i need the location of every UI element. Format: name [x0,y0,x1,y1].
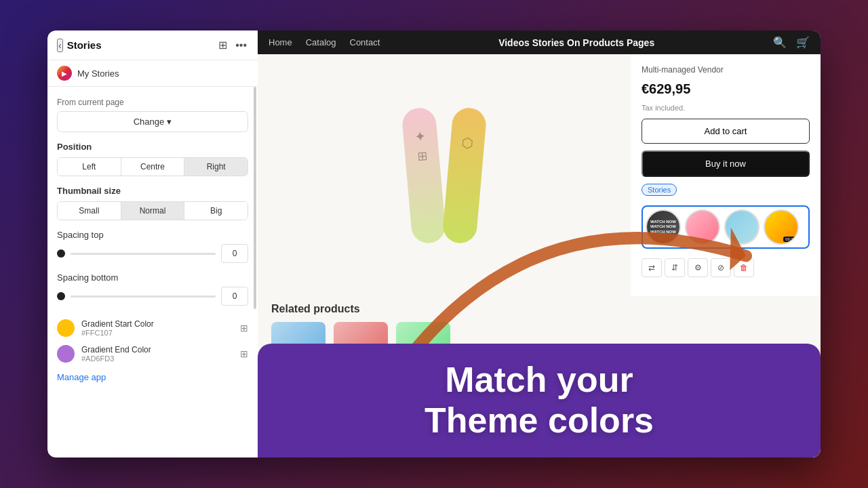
promo-text: Match your Theme colors [285,360,793,441]
browser-page-title: Videos Stories On Products Pages [498,37,654,48]
spacing-bottom-slider-handle[interactable] [57,292,65,300]
product-price: €629,95 [642,81,810,97]
gradient-start-db-icon: ⊞ [240,323,248,333]
add-to-cart-button[interactable]: Add to cart [642,119,810,144]
spacing-bottom-section: Spacing bottom 0 [57,272,248,306]
manage-app-link[interactable]: Manage app [57,372,106,382]
spacing-top-section: Spacing top 0 [57,230,248,263]
spacing-top-slider-track[interactable] [71,253,216,255]
spacing-bottom-input[interactable]: 0 [221,287,248,306]
thumbnail-button-group: Small Normal Big [57,201,248,220]
change-button-label: Change [134,117,165,127]
toolbar-btn-2[interactable]: ⇵ [665,258,685,277]
promo-banner: Match your Theme colors [258,344,821,458]
gradient-end-swatch[interactable] [57,345,75,363]
thumbnail-normal-button[interactable]: Normal [121,202,184,220]
gradient-start-info: Gradient Start Color #FFC107 [81,319,233,337]
story-thumb-1[interactable]: WATCH NOWWATCH NOWWATCH NOW [646,209,681,245]
gradient-end-label: Gradient End Color [81,345,233,354]
time-badge: 09:30 [783,237,797,242]
thumbnail-small-button[interactable]: Small [58,202,121,220]
position-label: Position [57,142,248,152]
vendor-name: Multi-managed Vendor [642,65,810,75]
product-details: Multi-managed Vendor €629,95 Tax include… [631,54,821,296]
toolbar-btn-1[interactable]: ⇄ [642,258,662,277]
panel-header: ‹ Stories ⊞ ••• [47,30,258,60]
gradient-start-label: Gradient Start Color [81,319,233,329]
change-button[interactable]: Change ▾ [57,111,248,132]
right-panel: Home Catalog Contact Videos Stories On P… [258,30,821,458]
gradient-start-hex: #FFC107 [81,329,233,337]
more-icon-button[interactable]: ••• [234,38,248,53]
watch-now-text-1: WATCH NOWWATCH NOWWATCH NOW [650,220,676,235]
snowboard-container: ✦ ⊞ ⬡ [407,108,481,243]
browser-nav: Home Catalog Contact [269,37,380,47]
panel-scroll-area: From current page Change ▾ Position Left… [47,87,258,458]
gradient-end-hex: #AD6FD3 [81,354,233,363]
nav-home[interactable]: Home [269,37,292,47]
back-button[interactable]: ‹ [57,39,63,52]
spacing-top-slider-handle[interactable] [57,249,65,258]
spacing-bottom-label: Spacing bottom [57,272,248,283]
snowboard-1: ✦ ⊞ [401,106,446,245]
gradient-end-info: Gradient End Color #AD6FD3 [81,345,233,363]
position-right-button[interactable]: Right [184,158,248,176]
toolbar-btn-3[interactable]: ⚙ [688,258,708,277]
toolbar-btn-4[interactable]: ⊘ [711,258,731,277]
my-stories-icon: ▶ [57,66,72,81]
product-layout: ✦ ⊞ ⬡ Multi-managed Vendor €629,95 Tax i… [258,54,821,296]
browser-icons: 🔍 🛒 [773,36,810,49]
related-products-title: Related products [271,303,807,315]
spacing-top-label: Spacing top [57,230,248,240]
spacing-top-input[interactable]: 0 [221,244,248,263]
from-current-page-label: From current page [57,98,248,107]
position-centre-button[interactable]: Centre [121,158,184,176]
chevron-down-icon: ▾ [167,117,172,127]
stories-badge-label: Stories [642,184,677,196]
panel-header-left: ‹ Stories [57,39,102,52]
nav-catalog[interactable]: Catalog [306,37,336,47]
toolbar-row: ⇄ ⇵ ⚙ ⊘ 🗑 [642,258,810,277]
my-stories-row: ▶ My Stories [47,60,258,87]
grid-icon-button[interactable]: ⊞ [217,37,229,53]
story-thumb-3[interactable] [724,209,760,245]
stories-badge-section: Stories [642,184,810,196]
panel-title: Stories [67,39,102,51]
promo-line2: Theme colors [425,401,654,440]
cart-icon[interactable]: 🛒 [796,36,810,49]
panel-header-right: ⊞ ••• [217,37,248,53]
left-panel: ‹ Stories ⊞ ••• ▶ My Stories From curren… [47,30,258,458]
thumbnail-big-button[interactable]: Big [184,202,248,220]
my-stories-label: My Stories [77,68,119,79]
gradient-start-swatch[interactable] [57,319,75,337]
search-icon[interactable]: 🔍 [773,36,787,49]
toolbar-delete-button[interactable]: 🗑 [734,258,754,277]
spacing-bottom-slider-track[interactable] [71,296,216,298]
stories-thumbnails-container: WATCH NOWWATCH NOWWATCH NOW 09:30 [642,205,810,249]
story-thumb-2[interactable] [685,209,720,245]
scrollbar[interactable] [254,87,256,309]
thumbnail-size-label: Thumbnail size [57,186,248,196]
spacing-bottom-slider-row: 0 [57,287,248,306]
gradient-end-db-icon: ⊞ [240,348,248,359]
spacing-top-slider-row: 0 [57,244,248,263]
product-images-area: ✦ ⊞ ⬡ [258,54,631,296]
snowboard-2: ⬡ [441,106,487,245]
gradient-start-color-row: Gradient Start Color #FFC107 ⊞ [57,315,248,341]
promo-line1: Match your [445,360,633,399]
content-area: ✦ ⊞ ⬡ Multi-managed Vendor €629,95 Tax i… [258,54,821,458]
browser-bar: Home Catalog Contact Videos Stories On P… [258,30,821,54]
story-thumb-4[interactable]: 09:30 [764,209,799,245]
position-button-group: Left Centre Right [57,157,248,176]
buy-now-button[interactable]: Buy it now [642,150,810,177]
tax-text: Tax included. [642,104,810,112]
position-left-button[interactable]: Left [58,158,121,176]
gradient-end-color-row: Gradient End Color #AD6FD3 ⊞ [57,341,248,367]
nav-contact[interactable]: Contact [350,37,380,47]
